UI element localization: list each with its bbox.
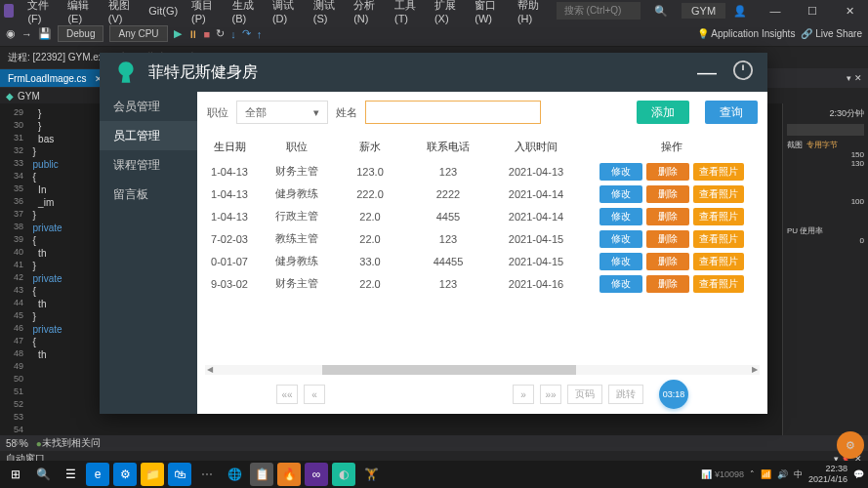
view-photo-button[interactable]: 查看照片 <box>693 230 744 248</box>
notifications-icon[interactable]: 💬 <box>853 469 864 479</box>
edge-icon[interactable]: e <box>86 463 109 486</box>
view-photo-button[interactable]: 查看照片 <box>693 163 744 181</box>
delete-button[interactable]: 删除 <box>646 163 689 181</box>
restart-icon[interactable]: ↻ <box>216 27 225 40</box>
subtab-gym[interactable]: GYM <box>18 91 40 102</box>
horizontal-scrollbar[interactable]: ◀ ▶ <box>205 365 760 375</box>
page-prev-button[interactable]: « <box>304 385 325 404</box>
config-select[interactable]: Debug <box>58 25 103 42</box>
sidebar-item-courses[interactable]: 课程管理 <box>100 150 197 180</box>
stock-widget[interactable]: 📊 ¥10098 <box>701 469 744 479</box>
app-icon-1[interactable]: 📋 <box>250 463 273 486</box>
view-photo-button[interactable]: 查看照片 <box>693 185 744 203</box>
page-first-button[interactable]: «« <box>276 385 298 404</box>
menu-window[interactable]: 窗口(W) <box>469 0 510 26</box>
menu-git[interactable]: Git(G) <box>143 3 184 19</box>
minimize-button[interactable]: — <box>761 3 790 19</box>
menu-build[interactable]: 生成(B) <box>227 0 265 26</box>
page-last-button[interactable]: »» <box>540 385 561 404</box>
gear-overlay-icon[interactable]: ⚙ <box>837 431 864 459</box>
delete-button[interactable]: 删除 <box>646 185 689 203</box>
sidebar-item-members[interactable]: 会员管理 <box>100 92 197 121</box>
edit-button[interactable]: 修改 <box>599 253 642 270</box>
delete-button[interactable]: 删除 <box>646 230 689 248</box>
delete-button[interactable]: 删除 <box>646 208 689 225</box>
stop-icon[interactable]: ■ <box>204 28 211 40</box>
more-icon[interactable]: ⋯ <box>195 463 219 486</box>
page-number-input[interactable]: 页码 <box>567 385 602 404</box>
page-next-button[interactable]: » <box>513 385 534 404</box>
clock[interactable]: 22:38 2021/4/16 <box>808 464 847 485</box>
scroll-thumb[interactable] <box>322 365 576 375</box>
maximize-button[interactable]: ☐ <box>798 3 827 20</box>
edit-button[interactable]: 修改 <box>599 185 642 203</box>
settings-icon[interactable]: ⚙ <box>113 463 137 486</box>
step-into-icon[interactable]: ↓ <box>230 28 236 40</box>
menu-tools[interactable]: 工具(T) <box>389 0 427 26</box>
volume-icon[interactable]: 🔊 <box>777 469 788 479</box>
menu-analyze[interactable]: 分析(N) <box>348 0 387 26</box>
step-out-icon[interactable]: ↑ <box>257 28 263 40</box>
app-icon-3[interactable]: ◐ <box>332 463 355 486</box>
delete-button[interactable]: 删除 <box>646 275 689 293</box>
scroll-left-icon[interactable]: ◀ <box>205 365 215 375</box>
menu-edit[interactable]: 编辑(E) <box>62 0 100 26</box>
nav-fwd-icon[interactable]: → <box>21 28 32 40</box>
close-button[interactable]: ✕ <box>835 3 864 20</box>
ime-icon[interactable]: 中 <box>794 468 803 481</box>
scroll-right-icon[interactable]: ▶ <box>750 365 760 375</box>
windows-taskbar: ⊞ 🔍 ☰ e ⚙ 📁 🛍 ⋯ 🌐 📋 🔥 ∞ ◐ 🏋 📊 ¥10098 ˄ 📶… <box>0 461 868 488</box>
vs-icon[interactable]: ∞ <box>305 463 328 486</box>
tab-frmloadimage[interactable]: FrmLoadImage.cs✕ <box>0 69 110 87</box>
cell-birthdate: 1-04-13 <box>201 188 258 200</box>
app-close-button[interactable] <box>732 60 754 85</box>
search-icon[interactable]: 🔍 <box>31 463 55 486</box>
start-button[interactable]: ⊞ <box>4 463 27 486</box>
save-icon[interactable]: 💾 <box>38 27 52 40</box>
query-button[interactable]: 查询 <box>705 101 758 124</box>
menu-test[interactable]: 测试(S) <box>308 0 346 26</box>
menu-project[interactable]: 项目(P) <box>186 0 224 26</box>
vs-search-input[interactable]: 搜索 (Ctrl+Q) <box>557 2 641 20</box>
panel-controls[interactable]: ▾ ✕ <box>847 73 868 83</box>
menu-debug[interactable]: 调试(D) <box>267 0 306 26</box>
tray-up-icon[interactable]: ˄ <box>750 469 755 479</box>
explorer-icon[interactable]: 📁 <box>141 463 164 486</box>
view-photo-button[interactable]: 查看照片 <box>693 208 744 225</box>
cell-phone: 123 <box>404 233 492 245</box>
pause-icon[interactable]: ⏸ <box>187 28 198 40</box>
wifi-icon[interactable]: 📶 <box>761 469 771 479</box>
chrome-icon[interactable]: 🌐 <box>223 463 246 486</box>
nav-back-icon[interactable]: ◉ <box>6 27 16 40</box>
menu-file[interactable]: 文件(F) <box>21 0 60 26</box>
view-photo-button[interactable]: 查看照片 <box>693 275 744 293</box>
jump-button[interactable]: 跳转 <box>608 385 643 404</box>
gym-app-icon[interactable]: 🏋 <box>359 463 383 486</box>
step-over-icon[interactable]: ↷ <box>242 27 251 40</box>
app-insights[interactable]: 💡 Application Insights <box>697 28 795 39</box>
live-share[interactable]: 🔗 Live Share <box>801 28 862 39</box>
user-icon[interactable]: 👤 <box>727 3 753 20</box>
task-view-icon[interactable]: ☰ <box>59 463 82 486</box>
edit-button[interactable]: 修改 <box>599 208 642 225</box>
platform-select[interactable]: Any CPU <box>109 25 167 42</box>
search-icon[interactable]: 🔍 <box>648 3 674 20</box>
view-photo-button[interactable]: 查看照片 <box>693 253 744 270</box>
position-select[interactable]: 全部▾ <box>236 101 328 124</box>
edit-button[interactable]: 修改 <box>599 230 642 248</box>
sidebar-item-messages[interactable]: 留言板 <box>100 180 197 209</box>
sidebar-item-employees[interactable]: 员工管理 <box>100 121 197 150</box>
edit-button[interactable]: 修改 <box>599 163 642 181</box>
app-icon-2[interactable]: 🔥 <box>277 463 301 486</box>
delete-button[interactable]: 删除 <box>646 253 689 270</box>
edit-button[interactable]: 修改 <box>599 275 642 293</box>
store-icon[interactable]: 🛍 <box>168 463 191 486</box>
continue-button[interactable]: ▶ <box>174 27 182 40</box>
name-input[interactable] <box>365 101 541 124</box>
menu-extensions[interactable]: 扩展(X) <box>429 0 467 26</box>
app-minimize-button[interactable]: — <box>697 61 717 84</box>
menu-view[interactable]: 视图(V) <box>103 0 141 26</box>
add-button[interactable]: 添加 <box>637 101 689 124</box>
cell-birthdate: 9-03-02 <box>201 278 258 290</box>
menu-help[interactable]: 帮助(H) <box>512 0 551 26</box>
